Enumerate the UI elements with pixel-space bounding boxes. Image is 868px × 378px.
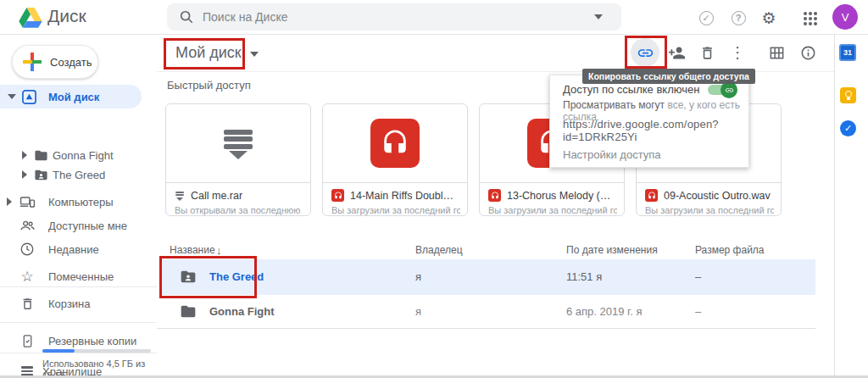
person-add-icon <box>668 44 686 62</box>
column-size[interactable]: Размер файла <box>695 244 765 256</box>
file-size: – <box>695 305 701 318</box>
grid-view-button[interactable] <box>765 41 788 64</box>
share-button[interactable] <box>665 41 688 64</box>
info-button[interactable] <box>796 41 820 64</box>
sidebar: Создать Мой диск Gonna Fight The Greed <box>0 35 157 378</box>
folder-icon <box>32 147 49 164</box>
archive-icon <box>224 127 253 159</box>
search-input[interactable]: Поиск на Диске <box>167 3 621 31</box>
copy-link-tooltip: Копировать ссылку общего доступа <box>582 69 755 84</box>
file-owner: я <box>415 270 421 283</box>
quick-access-card[interactable]: Call me.rar Вы открывали за последнюю не… <box>165 103 311 216</box>
top-bar: Диск Поиск на Диске ✓ ? ⚙ V <box>0 0 868 35</box>
table-row[interactable]: The Greed я 11:51 я – <box>161 259 815 295</box>
search-icon <box>179 9 194 25</box>
divider <box>834 35 835 378</box>
people-icon <box>19 217 36 234</box>
sidebar-item-my-drive[interactable]: Мой диск <box>0 85 142 108</box>
highlight-box-my-drive <box>164 38 245 69</box>
more-actions-button[interactable]: ⋮ <box>726 41 749 64</box>
gear-icon: ⚙ <box>761 8 776 28</box>
chevron-right-icon[interactable] <box>22 151 27 159</box>
star-icon: ☆ <box>19 268 36 285</box>
delete-button[interactable] <box>695 41 719 64</box>
chevron-right-icon[interactable] <box>22 170 27 179</box>
my-drive-icon <box>20 88 37 105</box>
card-footer: 14-Main Riffs Double Guitar... Вы загруз… <box>331 188 460 215</box>
share-url[interactable]: https://drive.google.com/open?id=1DRkR25… <box>563 118 748 143</box>
drive-logo-icon[interactable] <box>19 8 42 28</box>
plus-icon <box>23 53 42 71</box>
info-icon <box>800 45 816 61</box>
file-modified: 11:51 я <box>566 270 602 283</box>
computers-icon <box>19 193 36 210</box>
archive-icon <box>175 190 185 201</box>
divider <box>0 353 157 353</box>
share-link-popup: Доступ по ссылке включен Просматривать м… <box>549 75 749 168</box>
location-dropdown-caret-icon[interactable] <box>250 52 259 57</box>
help-button[interactable]: ? <box>729 8 748 27</box>
chevron-right-icon[interactable] <box>7 197 12 206</box>
help-icon: ? <box>732 11 746 25</box>
sidebar-item-recent[interactable]: Недавние <box>0 237 157 261</box>
sidebar-item-starred[interactable]: ☆ Помеченные <box>0 264 157 288</box>
link-sharing-status: Доступ по ссылке включен <box>563 83 699 96</box>
table-row[interactable]: Gonna Fight я 6 апр. 2019 г. я – <box>161 296 815 327</box>
highlight-box-the-greed-row <box>159 256 257 298</box>
file-owner: я <box>415 305 421 318</box>
card-preview <box>323 104 467 183</box>
link-icon <box>725 86 734 95</box>
search-placeholder: Поиск на Диске <box>203 10 287 24</box>
trash-icon <box>699 45 715 61</box>
file-size: – <box>695 270 701 283</box>
column-modified[interactable]: По дате изменения <box>566 244 658 256</box>
apps-grid-icon <box>804 12 807 15</box>
divider <box>0 322 157 323</box>
storage-progress-bar <box>42 349 151 353</box>
audio-icon <box>488 189 501 202</box>
quick-access-title: Быстрый доступ <box>167 79 251 92</box>
file-modified: 6 апр. 2019 г. я <box>566 305 643 318</box>
quick-access-card[interactable]: 14-Main Riffs Double Guitar... Вы загруз… <box>322 103 468 216</box>
audio-icon <box>645 189 658 202</box>
sync-status-button[interactable]: ✓ <box>697 8 715 27</box>
google-drive-window: Диск Поиск на Диске ✓ ? ⚙ V Со <box>0 0 868 378</box>
keep-icon[interactable] <box>840 87 856 103</box>
create-button[interactable]: Создать <box>12 45 98 79</box>
sidebar-item-computers[interactable]: Компьютеры <box>0 190 157 214</box>
chevron-down-icon[interactable] <box>8 94 16 99</box>
tasks-icon[interactable]: ✓ <box>840 120 856 136</box>
more-vert-icon: ⋮ <box>730 43 745 62</box>
avatar[interactable]: V <box>832 4 858 30</box>
card-footer: Call me.rar Вы открывали за последнюю не… <box>175 188 303 215</box>
table-header: Название ↓ Владелец По дате изменения Ра… <box>157 244 835 258</box>
link-sharing-toggle[interactable] <box>708 85 735 95</box>
audio-icon <box>370 119 420 168</box>
divider <box>157 328 815 329</box>
card-preview <box>166 104 310 183</box>
highlight-box-link-button <box>625 36 667 69</box>
grid-view-icon <box>769 45 785 61</box>
google-apps-button[interactable] <box>800 8 819 27</box>
storage-progress-fill <box>42 349 75 353</box>
folder-icon <box>180 303 197 320</box>
app-title: Диск <box>47 6 86 26</box>
column-owner[interactable]: Владелец <box>415 244 463 256</box>
toggle-knob <box>721 81 737 98</box>
trash-icon <box>19 295 36 312</box>
sharing-settings-link[interactable]: Настройки доступа <box>563 148 661 161</box>
search-options-caret-icon[interactable] <box>594 14 603 19</box>
sidebar-item-the-greed[interactable]: The Greed <box>0 163 157 186</box>
settings-button[interactable]: ⚙ <box>760 8 778 27</box>
sort-arrow-icon[interactable]: ↓ <box>216 244 222 257</box>
card-footer: 09-Acoustic Outro.wav Вы загрузили за по… <box>645 188 774 215</box>
file-name[interactable]: Gonna Fight <box>209 305 275 318</box>
column-name[interactable]: Название <box>170 244 215 256</box>
sidebar-item-shared-with-me[interactable]: Доступные мне <box>0 214 157 237</box>
sidebar-item-trash[interactable]: Корзина <box>0 292 157 315</box>
divider <box>0 286 157 287</box>
shared-folder-icon <box>32 166 49 183</box>
card-footer: 13-Chorus Melody (Guitar).... Вы загрузи… <box>488 188 617 215</box>
check-circle-icon: ✓ <box>699 11 714 25</box>
calendar-icon[interactable]: 31 <box>839 44 856 61</box>
